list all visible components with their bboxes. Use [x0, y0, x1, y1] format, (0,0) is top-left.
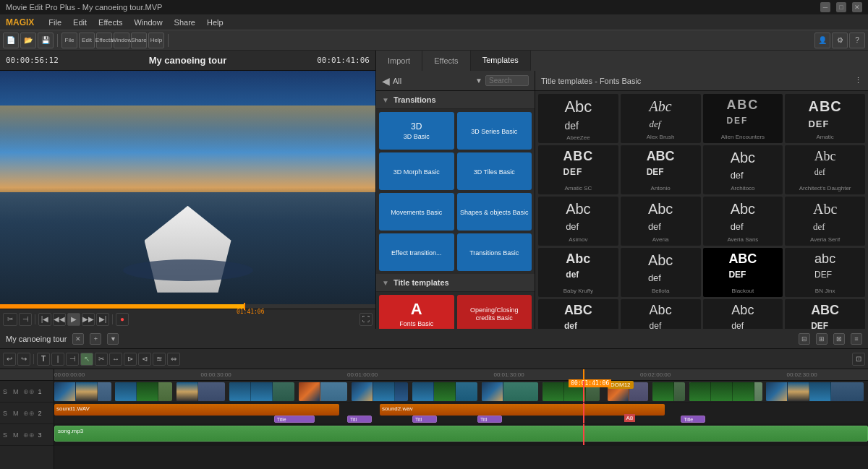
sound-clip-1[interactable]: sound1.WAV	[54, 404, 339, 416]
font-tile-blackout[interactable]: ABCDEF Blackout	[703, 248, 783, 297]
split-tool[interactable]: ⊣	[66, 353, 79, 366]
tab-templates[interactable]: Templates	[471, 51, 531, 71]
cut-button[interactable]: ✂	[3, 313, 17, 326]
back-button[interactable]: ◀	[382, 75, 390, 87]
font-tile-averia-sans[interactable]: Abcdef Averia Sans	[703, 197, 783, 246]
slip-tool[interactable]: ≋	[153, 353, 166, 366]
timeline-settings[interactable]: ≡	[851, 333, 862, 345]
menu-edit[interactable]: Edit	[67, 17, 93, 28]
split-button[interactable]: ⊣	[19, 313, 32, 326]
font-tile-averia[interactable]: Abcdef Averia	[621, 197, 701, 246]
menu-file[interactable]: File	[43, 17, 67, 28]
tab-import[interactable]: Import	[376, 51, 422, 71]
play-button[interactable]: ▶	[67, 313, 80, 326]
font-tile-canalization[interactable]: ABCDEF Canalization	[785, 299, 865, 329]
transitions-section-header[interactable]: ▼ Transitions	[376, 91, 535, 109]
fullscreen-button[interactable]: ⛶	[359, 313, 373, 326]
search-input[interactable]	[485, 75, 529, 86]
font-tile-bobcat[interactable]: Abcdef Bobcat	[621, 299, 701, 329]
font-tile-baby-kruffy[interactable]: Abcdef Baby Kruffy	[538, 248, 618, 297]
font-tile-architects[interactable]: Abcdef Architect's Daughter	[785, 145, 865, 194]
maximize-button[interactable]: □	[836, 2, 846, 12]
tile-shapes[interactable]: Shapes & objects Basic	[457, 193, 532, 231]
sound-clip-2[interactable]: sound2.wav	[380, 404, 665, 416]
font-tile-cabindsketch[interactable]: Abcdef CabinSketch	[703, 299, 783, 329]
help-icon[interactable]: ?	[849, 33, 865, 48]
audio-clip-1[interactable]: song.mp3	[54, 426, 868, 442]
font-tile-bellota[interactable]: Abcdef Bellota	[621, 248, 701, 297]
tile-fonts-basic[interactable]: A Fonts Basic	[379, 295, 454, 329]
redo-tool[interactable]: ↪	[17, 353, 30, 366]
toolbar-effects[interactable]: Effects	[96, 33, 112, 48]
tile-transitions-basic[interactable]: Transitions Basic	[457, 233, 532, 271]
prev-marker[interactable]: |◀	[38, 313, 51, 326]
font-tile-averia-serif[interactable]: Abcdef Averia Serif	[785, 197, 865, 246]
title-clip-3[interactable]: Titl	[412, 416, 437, 423]
clip-5[interactable]	[299, 382, 348, 401]
title-templates-section-header[interactable]: ▼ Title templates	[376, 274, 535, 292]
close-button[interactable]: ✕	[852, 2, 862, 12]
new-button[interactable]: 📄	[3, 33, 19, 48]
timeline-tracks[interactable]: 00:00:00:00 00:00:30:00 00:01:00:00 00:0…	[54, 369, 868, 469]
preview-video[interactable]	[0, 71, 375, 304]
slide-tool[interactable]: ⇔	[167, 353, 180, 366]
dropdown-arrow[interactable]: ▼	[475, 77, 482, 85]
clip-2[interactable]	[115, 382, 172, 401]
tile-3d-series[interactable]: 3D Series Basic	[457, 112, 532, 150]
close-timeline[interactable]: ✕	[72, 333, 84, 345]
marker-tool[interactable]: |	[51, 353, 64, 366]
clip-11[interactable]	[652, 382, 685, 401]
font-tile-abeezee[interactable]: Abcdef AbeeZee	[538, 94, 618, 143]
select-tool[interactable]: ↖	[80, 353, 93, 366]
clip-1[interactable]	[54, 382, 111, 401]
menu-effects[interactable]: Effects	[93, 17, 128, 28]
menu-window[interactable]: Window	[128, 17, 168, 28]
toolbar-help[interactable]: Help	[148, 33, 164, 48]
font-tile-alien[interactable]: ABCDEF Alien Encounters	[703, 94, 783, 143]
open-button[interactable]: 📂	[20, 33, 36, 48]
font-tile-amatic[interactable]: ABCDEF Amatic	[785, 94, 865, 143]
user-icon[interactable]: 👤	[814, 33, 830, 48]
progress-bar[interactable]: 01:41:06	[0, 304, 375, 309]
view-toggle-1[interactable]: ⊟	[799, 333, 810, 345]
minimize-button[interactable]: ─	[820, 2, 830, 12]
trim-tool[interactable]: ✂	[95, 353, 108, 366]
tab-effects[interactable]: Effects	[422, 51, 470, 71]
font-tile-architoco[interactable]: Abcdef Architoco	[703, 145, 783, 194]
move-tool[interactable]: ↔	[109, 353, 122, 366]
settings-icon[interactable]: ⚙	[832, 33, 848, 48]
next-marker[interactable]: ▶|	[96, 313, 109, 326]
font-grid-scroll[interactable]: Abcdef AbeeZee Abcdef Alex Brush ABCDEF …	[535, 91, 868, 329]
title-clip-5[interactable]: Title	[681, 416, 705, 423]
font-tile-antonio[interactable]: ABCDEF Antonio	[621, 145, 701, 194]
record-button[interactable]: ●	[116, 313, 129, 326]
add-track[interactable]: +	[90, 333, 101, 345]
toolbar-file[interactable]: File	[61, 33, 77, 48]
font-tile-asimov[interactable]: Abcdef Asimov	[538, 197, 618, 246]
toolbar-share[interactable]: Share	[131, 33, 147, 48]
tile-3d-basic[interactable]: 3D 3D Basic	[379, 112, 454, 150]
category-scroll[interactable]: ▼ Transitions 3D 3D Basic 3D Series Basi…	[376, 91, 535, 329]
text-tool[interactable]: T	[37, 353, 50, 366]
tile-3d-tiles[interactable]: 3D Tiles Basic	[457, 152, 532, 190]
title-clip-1[interactable]: Title	[274, 416, 315, 423]
roll-tool[interactable]: ⊲	[138, 353, 151, 366]
toolbar-edit[interactable]: Edit	[79, 33, 95, 48]
prev-frame[interactable]: ◀◀	[53, 313, 66, 326]
title-clip-2[interactable]: Titl	[347, 416, 372, 423]
font-tile-amatic-sc[interactable]: ABCDEF Amatic SC	[538, 145, 618, 194]
clip-13[interactable]	[766, 382, 864, 401]
toolbar-window[interactable]: Window	[114, 33, 129, 48]
window-controls[interactable]: ─ □ ✕	[820, 2, 862, 12]
ripple-tool[interactable]: ⊳	[124, 353, 137, 366]
snap-tool[interactable]: ⊡	[852, 353, 865, 366]
font-tile-bn-jinx[interactable]: abcDEF BN Jinx	[785, 248, 865, 297]
clip-4[interactable]	[229, 382, 294, 401]
menu-help[interactable]: Help	[201, 17, 229, 28]
font-tile-alex-brush[interactable]: Abcdef Alex Brush	[621, 94, 701, 143]
dropdown-tracks[interactable]: ▼	[107, 333, 119, 345]
clip-6[interactable]	[352, 382, 409, 401]
clip-7[interactable]	[412, 382, 477, 401]
font-grid-menu[interactable]: ⋮	[854, 76, 862, 85]
tile-opening-closing[interactable]: Opening/Closing credits Basic	[457, 295, 532, 329]
